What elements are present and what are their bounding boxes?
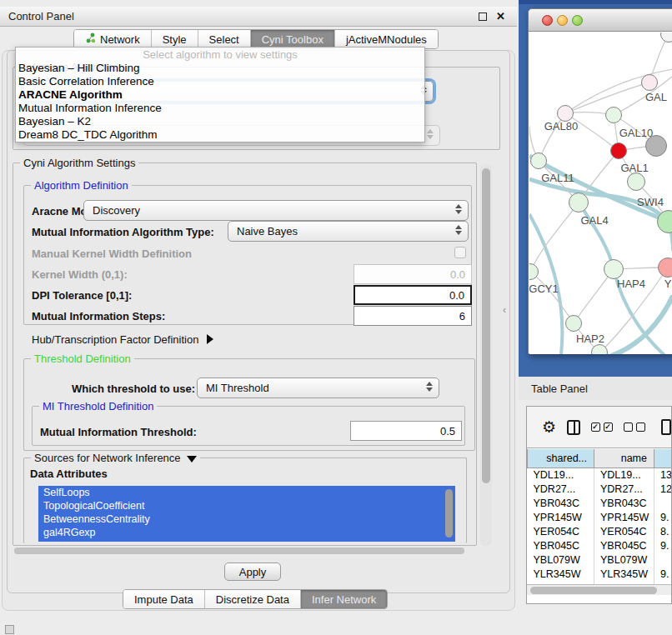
- tab-style[interactable]: Style: [151, 30, 198, 48]
- which-threshold-value: MI Threshold: [206, 382, 269, 394]
- combo-arrows-icon: [426, 382, 433, 392]
- table-cell: YBR045C: [594, 538, 654, 552]
- kernel-width-label: Kernel Width (0,1):: [32, 268, 128, 281]
- network-node[interactable]: [610, 142, 627, 159]
- algorithm-option[interactable]: Basic Correlation Inference: [16, 75, 424, 88]
- control-panel-titlebar[interactable]: Control Panel ✕: [0, 7, 517, 27]
- bottom-tab-infer-network[interactable]: Infer Network: [300, 590, 387, 608]
- tab-label: Select: [209, 33, 239, 46]
- algorithm-option[interactable]: ARACNE Algorithm: [16, 88, 424, 102]
- data-attribute-item[interactable]: TopologicalCoefficient: [38, 499, 455, 512]
- algorithm-definition-title: Algorithm Definition: [31, 179, 132, 192]
- bottom-tab-impute-data[interactable]: Impute Data: [123, 590, 204, 608]
- application-root: Control Panel ✕ NetworkStyleSelectCyni T…: [0, 0, 672, 635]
- panel-divider-handle[interactable]: ‹: [503, 304, 506, 316]
- panel-corner-icon[interactable]: [5, 625, 14, 634]
- network-node[interactable]: [641, 74, 658, 91]
- tab-jactivemnodules[interactable]: jActiveMNodules: [334, 30, 438, 48]
- network-node-label: GAL11: [541, 172, 574, 184]
- table-row[interactable]: YBR045CYBR045C9.: [528, 538, 672, 552]
- dpi-tolerance-field[interactable]: 0.0: [354, 285, 472, 305]
- table-horizontal-scrollbar[interactable]: [527, 584, 671, 595]
- manual-kernel-checkbox[interactable]: [454, 247, 466, 258]
- network-node[interactable]: [557, 105, 574, 122]
- tab-select[interactable]: Select: [198, 30, 250, 48]
- table-cell: YPR145W: [528, 510, 594, 524]
- column-header[interactable]: name: [594, 449, 654, 468]
- select-all-columns-icon[interactable]: ✓✓: [591, 422, 613, 432]
- mi-steps-field[interactable]: 6: [354, 306, 472, 326]
- table-row[interactable]: YDL19...YDL19...13: [528, 468, 672, 482]
- table-header-row[interactable]: shared...name: [528, 449, 672, 468]
- table-row[interactable]: YLR345WYLR345W9.: [528, 567, 672, 581]
- table-horizontal-scrollbar-thumb[interactable]: [530, 587, 657, 594]
- kernel-width-field[interactable]: 0.0: [354, 264, 472, 284]
- dpi-tolerance-label: DPI Tolerance [0,1]:: [32, 289, 132, 302]
- settings-horizontal-scrollbar[interactable]: [13, 546, 492, 556]
- table-cell: YPR145W: [594, 510, 654, 524]
- table-row[interactable]: YDR27...YDR27...12: [528, 482, 672, 496]
- bottom-tab-discretize-data[interactable]: Discretize Data: [204, 590, 300, 608]
- data-attribute-item[interactable]: SelfLoops: [38, 486, 455, 499]
- mi-steps-label: Mutual Information Steps:: [32, 310, 165, 322]
- which-threshold-combobox[interactable]: MI Threshold: [197, 378, 439, 398]
- column-header[interactable]: shared...: [528, 449, 594, 468]
- algorithm-option[interactable]: Dream8 DC_TDC Algorithm: [16, 128, 424, 142]
- float-window-icon[interactable]: [479, 12, 487, 21]
- tab-label: Style: [163, 33, 187, 46]
- network-node[interactable]: [658, 258, 672, 278]
- data-attribute-item[interactable]: BetweennessCentrality: [38, 512, 455, 526]
- aracne-mode-combobox[interactable]: Discovery: [83, 200, 469, 221]
- mi-type-value: Naive Bayes: [237, 225, 298, 238]
- attributes-list-scrollbar[interactable]: [445, 489, 453, 538]
- network-node[interactable]: [645, 135, 667, 157]
- network-window-titlebar[interactable]: [529, 9, 672, 32]
- table-row[interactable]: YBL079WYBL079W: [528, 552, 672, 567]
- gear-icon[interactable]: ⚙: [542, 419, 556, 435]
- table-row[interactable]: YBR043CYBR043C: [528, 496, 672, 510]
- settings-vertical-scrollbar[interactable]: [480, 164, 492, 546]
- hub-section-toggle[interactable]: Hub/Transcription Factor Definition: [32, 333, 213, 346]
- apply-button[interactable]: Apply: [224, 562, 281, 581]
- network-canvas[interactable]: GALGAL80GAL10GAL1GAL11SWI4GAL4GCY1HAP4YH…: [529, 32, 672, 354]
- network-node[interactable]: [530, 152, 547, 169]
- collapsed-arrow-icon: [207, 334, 213, 344]
- data-attributes-list[interactable]: SelfLoopsTopologicalCoefficientBetweenne…: [38, 486, 455, 542]
- mi-threshold-field[interactable]: 0.5: [350, 421, 462, 441]
- algorithm-option[interactable]: Bayesian – Hill Climbing: [16, 62, 424, 75]
- table-row[interactable]: YPR145WYPR145W9.: [528, 510, 672, 524]
- tab-network[interactable]: Network: [74, 30, 151, 48]
- algorithm-option[interactable]: Bayesian – K2: [16, 115, 424, 128]
- table-cell: [654, 496, 672, 510]
- document-icon[interactable]: [661, 419, 671, 435]
- apply-button-label: Apply: [239, 566, 267, 578]
- table-cell: YER054C: [528, 524, 594, 538]
- close-traffic-light-icon[interactable]: [542, 15, 553, 26]
- data-attribute-item[interactable]: gal4RGexp: [38, 526, 455, 539]
- deselect-all-columns-icon[interactable]: [624, 422, 645, 432]
- tab-cyni-toolbox[interactable]: Cyni Toolbox: [250, 30, 334, 48]
- table-row[interactable]: YER054CYER054C8.: [528, 524, 672, 538]
- network-node[interactable]: [565, 315, 582, 332]
- table-cell: YBL079W: [594, 552, 654, 567]
- close-icon[interactable]: ✕: [496, 10, 505, 22]
- which-threshold-label: Which threshold to use:: [72, 382, 195, 395]
- minimize-traffic-light-icon[interactable]: [557, 15, 568, 26]
- column-header[interactable]: [654, 449, 672, 468]
- network-node-label: HAP4: [617, 278, 645, 290]
- kernel-width-value: 0.0: [450, 268, 465, 281]
- network-node[interactable]: [569, 192, 589, 212]
- table-cell: YBR043C: [594, 496, 654, 510]
- settings-horizontal-scrollbar-thumb[interactable]: [14, 548, 464, 554]
- algorithm-popup-list: Select algorithm to view settings Bayesi…: [15, 47, 425, 142]
- split-columns-icon[interactable]: [567, 420, 580, 435]
- network-node[interactable]: [605, 107, 622, 123]
- table-cell: YBR043C: [528, 496, 594, 510]
- network-node[interactable]: [604, 259, 624, 279]
- algorithm-option[interactable]: Mutual Information Inference: [16, 102, 424, 115]
- network-node-label: GAL: [645, 91, 667, 103]
- settings-vertical-scrollbar-thumb[interactable]: [482, 168, 490, 483]
- network-node[interactable]: [627, 172, 645, 191]
- mi-type-combobox[interactable]: Naive Bayes: [228, 221, 469, 242]
- zoom-traffic-light-icon[interactable]: [572, 15, 583, 26]
